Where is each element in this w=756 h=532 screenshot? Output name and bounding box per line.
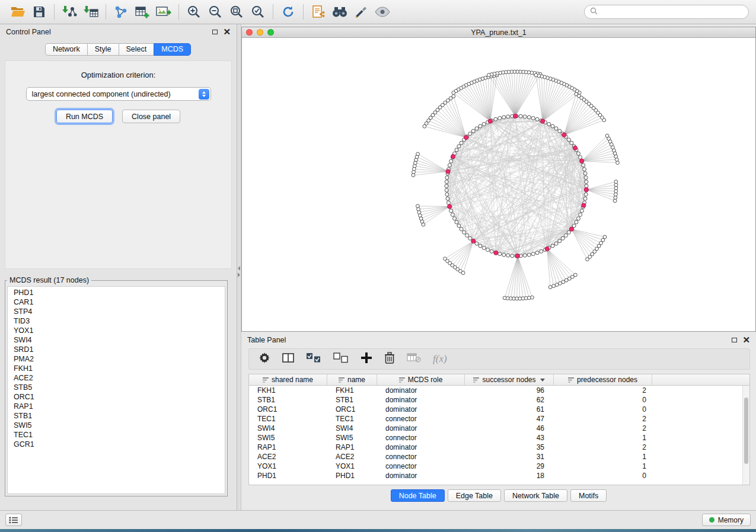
run-mcds-button[interactable]: Run MCDS: [56, 110, 113, 123]
tab-network-table[interactable]: Network Table: [504, 489, 567, 502]
search-input[interactable]: [601, 7, 743, 17]
table-cell: 61: [465, 405, 554, 414]
zoom-in-icon[interactable]: [183, 3, 205, 21]
tab-edge-table[interactable]: Edge Table: [448, 489, 501, 502]
close-panel-icon[interactable]: ✕: [223, 29, 231, 35]
tab-node-table[interactable]: Node Table: [391, 489, 445, 502]
table-row[interactable]: PHD1PHD1dominator180: [249, 471, 749, 480]
tab-motifs[interactable]: Motifs: [570, 489, 607, 502]
mcds-result-item[interactable]: SWI4: [8, 335, 225, 345]
zoom-fit-icon[interactable]: [226, 3, 247, 21]
column-header-MCDS-role[interactable]: MCDS role: [377, 374, 465, 385]
select-all-icon[interactable]: [306, 352, 321, 366]
mcds-result-item[interactable]: ORC1: [8, 392, 225, 402]
memory-label: Memory: [718, 516, 744, 524]
mcds-result-item[interactable]: PHD1: [8, 288, 225, 297]
column-header-predecessor-nodes[interactable]: predecessor nodes: [554, 374, 652, 385]
table-row[interactable]: ORC1ORC1dominator610: [249, 405, 749, 414]
table-cell: ORC1: [249, 405, 327, 414]
mcds-result-item[interactable]: STB1: [8, 411, 225, 421]
control-panel-tabs: NetworkStyleSelectMCDS: [0, 43, 237, 56]
mcds-result-item[interactable]: STP4: [8, 307, 225, 316]
import-table-icon[interactable]: [80, 3, 101, 21]
mcds-result-item[interactable]: STB5: [8, 383, 225, 392]
show-columns-icon[interactable]: [282, 352, 294, 366]
tab-style[interactable]: Style: [87, 43, 119, 56]
mcds-result-item[interactable]: TID3: [8, 316, 225, 326]
zoom-out-icon[interactable]: [205, 3, 226, 21]
table-cell: RAP1: [327, 443, 377, 451]
table-panel: Table Panel ✕: [241, 334, 756, 509]
table-row[interactable]: SWI5SWI5connector431: [249, 433, 749, 443]
table-scrollbar[interactable]: [742, 386, 749, 485]
table-row[interactable]: FKH1FKH1dominator962: [249, 386, 749, 395]
mcds-result-item[interactable]: YOX1: [8, 326, 225, 335]
mcds-result-item[interactable]: GCR1: [8, 440, 225, 449]
column-header-successor-nodes[interactable]: successor nodes: [465, 374, 554, 385]
table-settings-icon[interactable]: [259, 352, 270, 366]
task-history-button[interactable]: [5, 514, 22, 526]
toolbar-separator: [273, 4, 273, 20]
export-image-icon[interactable]: [153, 3, 174, 21]
panel-splitter[interactable]: [237, 24, 241, 510]
table-row[interactable]: SWI4SWI4dominator462: [249, 424, 749, 433]
mcds-result-item[interactable]: SWI5: [8, 421, 225, 430]
export-network-icon[interactable]: [308, 3, 329, 21]
mcds-result-item[interactable]: PMA2: [8, 354, 225, 364]
table-cell: 46: [465, 424, 554, 432]
memory-button[interactable]: Memory: [702, 514, 751, 526]
show-hide-icon[interactable]: [372, 3, 393, 21]
table-cell: 1: [554, 453, 652, 461]
mcds-result-item[interactable]: ACE2: [8, 373, 225, 383]
splitter-handle-icon[interactable]: [238, 266, 240, 277]
refresh-icon[interactable]: [277, 3, 299, 21]
deselect-all-icon[interactable]: [333, 352, 349, 366]
delete-column-icon[interactable]: [384, 352, 395, 366]
table-row[interactable]: YOX1YOX1connector291: [249, 462, 749, 471]
maximize-window-icon[interactable]: [267, 29, 274, 36]
optimization-criterion-select[interactable]: largest connected component (undirected): [26, 87, 211, 101]
filter-icon[interactable]: [350, 3, 372, 21]
table-cell: 35: [465, 443, 554, 451]
mcds-result-item[interactable]: SRD1: [8, 345, 225, 354]
new-table-icon[interactable]: [132, 3, 153, 21]
table-row[interactable]: RAP1RAP1dominator352: [249, 443, 749, 452]
new-network-icon[interactable]: [110, 3, 132, 21]
scrollbar-thumb[interactable]: [744, 398, 748, 464]
column-header-filler: [652, 374, 749, 385]
table-row[interactable]: ACE2ACE2connector311: [249, 452, 749, 462]
find-icon[interactable]: [329, 3, 350, 21]
mcds-result-item[interactable]: FKH1: [8, 364, 225, 373]
table-row[interactable]: TEC1TEC1connector472: [249, 414, 749, 424]
close-window-icon[interactable]: [246, 29, 253, 36]
close-table-panel-icon[interactable]: ✕: [742, 337, 750, 343]
mcds-result-item[interactable]: RAP1: [8, 402, 225, 411]
table-cell: connector: [377, 462, 465, 470]
add-column-icon[interactable]: [361, 352, 372, 366]
open-file-icon[interactable]: [7, 3, 28, 21]
table-cell: connector: [377, 453, 465, 461]
network-canvas[interactable]: [242, 38, 755, 331]
tab-select[interactable]: Select: [119, 43, 155, 56]
column-header-name[interactable]: name: [327, 374, 377, 385]
table-cell: 0: [554, 396, 652, 404]
table-row[interactable]: STB1STB1dominator620: [249, 395, 749, 405]
network-graph: [242, 38, 755, 331]
tab-network[interactable]: Network: [45, 43, 88, 56]
save-session-icon[interactable]: [28, 3, 50, 21]
float-table-panel-icon[interactable]: [732, 338, 737, 342]
search-box[interactable]: [584, 5, 749, 19]
minimize-window-icon[interactable]: [257, 29, 263, 36]
import-network-icon[interactable]: [59, 3, 80, 21]
table-toolbar: f(x): [248, 348, 750, 370]
function-builder-icon[interactable]: f(x): [433, 353, 447, 365]
mcds-result-item[interactable]: TEC1: [8, 430, 225, 440]
float-panel-icon[interactable]: [212, 30, 218, 34]
mcds-result-item[interactable]: CAR1: [8, 297, 225, 307]
mcds-tab-content: Optimization criterion: largest connecte…: [5, 60, 232, 269]
tab-mcds[interactable]: MCDS: [154, 43, 191, 56]
close-panel-button[interactable]: Close panel: [122, 110, 180, 123]
zoom-selected-icon[interactable]: [247, 3, 269, 21]
table-cell: SWI5: [249, 434, 327, 442]
column-header-shared-name[interactable]: shared name: [249, 374, 327, 385]
